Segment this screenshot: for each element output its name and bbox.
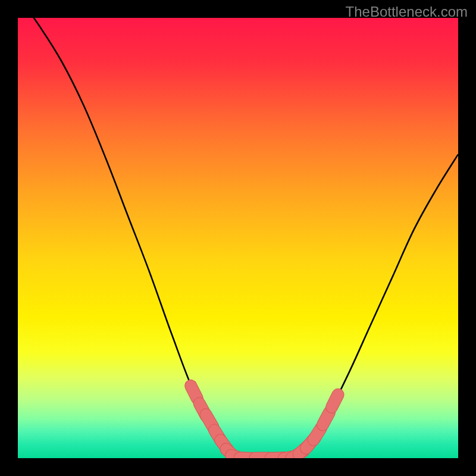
watermark-text: TheBottleneck.com <box>346 4 468 20</box>
plot-area <box>18 18 458 458</box>
data-point <box>324 387 346 415</box>
data-point-markers <box>18 18 458 458</box>
chart-frame: TheBottleneck.com <box>0 0 476 476</box>
svg-rect-17 <box>324 387 346 415</box>
